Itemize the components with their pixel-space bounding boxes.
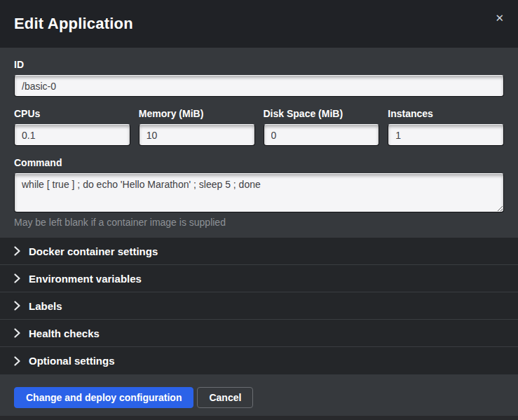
modal-footer: Change and deploy configuration Cancel	[0, 374, 518, 416]
memory-label: Memory (MiB)	[139, 108, 255, 119]
resources-row: CPUs Memory (MiB) Disk Space (MiB) Insta…	[14, 108, 504, 146]
change-and-deploy-button[interactable]: Change and deploy configuration	[14, 387, 193, 408]
disk-space-label: Disk Space (MiB)	[264, 108, 380, 119]
edit-application-modal: Edit Application ✕ ID CPUs Memory (MiB) …	[0, 0, 518, 420]
section-environment-variables[interactable]: Environment variables	[0, 265, 518, 292]
section-label: Environment variables	[29, 273, 142, 285]
chevron-right-icon	[14, 246, 20, 256]
accordion-sections: Docker container settings Environment va…	[0, 238, 518, 374]
modal-title: Edit Application	[14, 15, 133, 33]
command-textarea[interactable]: while [ true ] ; do echo 'Hello Marathon…	[14, 173, 504, 212]
chevron-right-icon	[14, 301, 20, 311]
id-field-group: ID	[14, 59, 504, 97]
command-field-group: Command while [ true ] ; do echo 'Hello …	[14, 157, 504, 228]
section-label: Health checks	[29, 327, 100, 339]
memory-input[interactable]	[139, 124, 255, 146]
instances-label: Instances	[388, 108, 504, 119]
close-icon[interactable]: ✕	[489, 10, 510, 26]
section-docker-container-settings[interactable]: Docker container settings	[0, 238, 518, 265]
command-label: Command	[14, 157, 504, 168]
chevron-right-icon	[14, 328, 20, 338]
memory-field-group: Memory (MiB)	[139, 108, 255, 146]
chevron-right-icon	[14, 273, 20, 283]
section-label: Labels	[29, 300, 62, 312]
section-health-checks[interactable]: Health checks	[0, 320, 518, 347]
modal-bottom-edge	[0, 416, 518, 420]
disk-space-input[interactable]	[264, 124, 380, 146]
instances-input[interactable]	[388, 124, 504, 146]
cpus-field-group: CPUs	[14, 108, 130, 146]
modal-body: ID CPUs Memory (MiB) Disk Space (MiB) In…	[0, 48, 518, 238]
cpus-input[interactable]	[14, 124, 130, 146]
chevron-right-icon	[14, 356, 20, 366]
section-label: Optional settings	[29, 355, 115, 367]
id-input[interactable]	[14, 75, 504, 97]
instances-field-group: Instances	[388, 108, 504, 146]
id-label: ID	[14, 59, 504, 70]
cpus-label: CPUs	[14, 108, 130, 119]
section-optional-settings[interactable]: Optional settings	[0, 347, 518, 374]
section-label: Docker container settings	[29, 245, 158, 257]
disk-space-field-group: Disk Space (MiB)	[264, 108, 380, 146]
cancel-button[interactable]: Cancel	[197, 387, 253, 408]
command-help-text: May be left blank if a container image i…	[14, 217, 504, 228]
modal-header: Edit Application ✕	[0, 0, 518, 48]
section-labels[interactable]: Labels	[0, 292, 518, 320]
